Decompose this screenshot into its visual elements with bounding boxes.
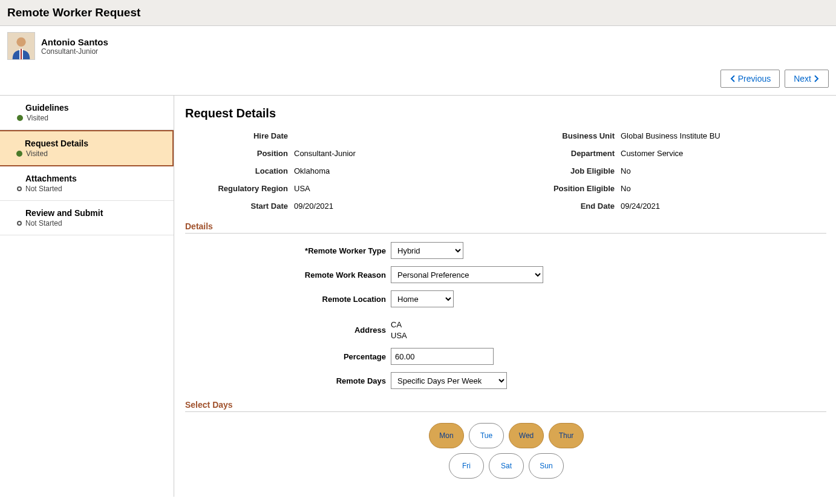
address-row: Address CA USA (185, 319, 828, 341)
sidebar-step-attachments[interactable]: AttachmentsNot Started (0, 166, 174, 201)
status-dot-icon (17, 186, 22, 191)
remote-worker-type-select[interactable]: Hybrid (391, 242, 463, 259)
department-value: Customer Service (621, 149, 826, 158)
position-value: Consultant-Junior (294, 149, 500, 158)
info-grid: Hire Date Business Unit Global Business … (185, 131, 826, 211)
content: Request Details Hire Date Business Unit … (174, 96, 836, 497)
person-info: Antonio Santos Consultant-Junior (41, 37, 108, 56)
remote-worker-type-label: *Remote Worker Type (185, 246, 391, 255)
step-title: Attachments (25, 174, 164, 183)
job-eligible-value: No (621, 166, 826, 175)
person-role: Consultant-Junior (41, 47, 108, 56)
status-dot-icon (17, 221, 22, 226)
select-days-section-header: Select Days (185, 400, 826, 412)
step-status-text: Visited (27, 114, 48, 122)
status-dot-icon (17, 115, 23, 121)
svg-point-1 (16, 38, 25, 47)
start-date-label: Start Date (185, 201, 288, 211)
next-label: Next (794, 74, 811, 83)
hire-date-label: Hire Date (185, 131, 288, 140)
remote-location-row: Remote Location Home (185, 290, 828, 307)
nav-buttons: Previous Next (0, 66, 836, 95)
person-name: Antonio Santos (41, 37, 108, 47)
step-status-text: Not Started (25, 219, 62, 227)
days-wrap: MonTueWedThurFriSatSun (349, 423, 664, 479)
business-unit-label: Business Unit (506, 131, 615, 140)
job-eligible-label: Job Eligible (506, 166, 615, 175)
day-pill-mon[interactable]: Mon (429, 423, 464, 448)
day-pill-fri[interactable]: Fri (449, 453, 484, 479)
day-pill-tue[interactable]: Tue (469, 423, 504, 448)
step-title: Guidelines (25, 103, 164, 113)
svg-rect-3 (21, 49, 22, 59)
sidebar: GuidelinesVisitedRequest DetailsVisitedA… (0, 96, 174, 497)
sidebar-step-guidelines[interactable]: GuidelinesVisited (0, 96, 174, 130)
percentage-row: Percentage (185, 348, 828, 365)
step-status-text: Visited (26, 149, 48, 158)
step-status-text: Not Started (25, 185, 62, 193)
sidebar-step-review-and-submit[interactable]: Review and SubmitNot Started (0, 201, 174, 235)
end-date-label: End Date (506, 201, 615, 211)
chevron-right-icon (814, 75, 820, 82)
remote-work-reason-label: Remote Work Reason (185, 270, 391, 280)
address-line1: CA (391, 319, 407, 330)
end-date-value: 09/24/2021 (621, 201, 826, 211)
regulatory-region-label: Regulatory Region (185, 184, 288, 193)
sidebar-step-request-details[interactable]: Request DetailsVisited (0, 130, 174, 166)
header-bar: Remote Worker Request (0, 0, 836, 26)
remote-days-select[interactable]: Specific Days Per Week (391, 372, 507, 389)
person-row: Antonio Santos Consultant-Junior (0, 26, 836, 66)
day-pill-sat[interactable]: Sat (489, 453, 524, 479)
day-pill-sun[interactable]: Sun (529, 453, 564, 479)
position-eligible-label: Position Eligible (506, 184, 615, 193)
position-eligible-value: No (621, 184, 826, 193)
remote-worker-type-row: *Remote Worker Type Hybrid (185, 242, 828, 259)
previous-label: Previous (738, 74, 771, 83)
address-line2: USA (391, 330, 407, 341)
day-pill-thur[interactable]: Thur (549, 423, 584, 448)
remote-location-label: Remote Location (185, 295, 391, 304)
page-title: Remote Worker Request (7, 6, 140, 19)
step-status: Not Started (17, 219, 164, 227)
status-dot-icon (16, 151, 22, 157)
remote-days-label: Remote Days (185, 376, 391, 385)
percentage-input[interactable] (391, 348, 494, 365)
step-title: Request Details (25, 139, 163, 148)
location-value: Oklahoma (294, 166, 500, 175)
address-label: Address (185, 326, 391, 335)
main-wrap: GuidelinesVisitedRequest DetailsVisitedA… (0, 95, 836, 497)
avatar-image (8, 33, 34, 59)
step-status: Not Started (17, 185, 164, 193)
previous-button[interactable]: Previous (720, 70, 780, 88)
remote-days-row: Remote Days Specific Days Per Week (185, 372, 828, 389)
step-status: Visited (16, 149, 163, 158)
content-title: Request Details (185, 106, 828, 120)
department-label: Department (506, 149, 615, 158)
location-label: Location (185, 166, 288, 175)
hire-date-value (294, 131, 500, 140)
address-value: CA USA (391, 319, 407, 341)
regulatory-region-value: USA (294, 184, 500, 193)
remote-work-reason-row: Remote Work Reason Personal Preference (185, 266, 828, 283)
avatar (7, 32, 35, 60)
next-button[interactable]: Next (785, 70, 829, 88)
remote-work-reason-select[interactable]: Personal Preference (391, 266, 543, 283)
step-title: Review and Submit (25, 208, 164, 218)
details-section-header: Details (185, 221, 826, 234)
start-date-value: 09/20/2021 (294, 201, 500, 211)
remote-location-select[interactable]: Home (391, 290, 454, 307)
step-status: Visited (17, 114, 164, 122)
day-pill-wed[interactable]: Wed (509, 423, 544, 448)
business-unit-value: Global Business Institute BU (621, 131, 826, 140)
chevron-left-icon (730, 75, 736, 82)
percentage-label: Percentage (185, 352, 391, 361)
position-label: Position (185, 149, 288, 158)
